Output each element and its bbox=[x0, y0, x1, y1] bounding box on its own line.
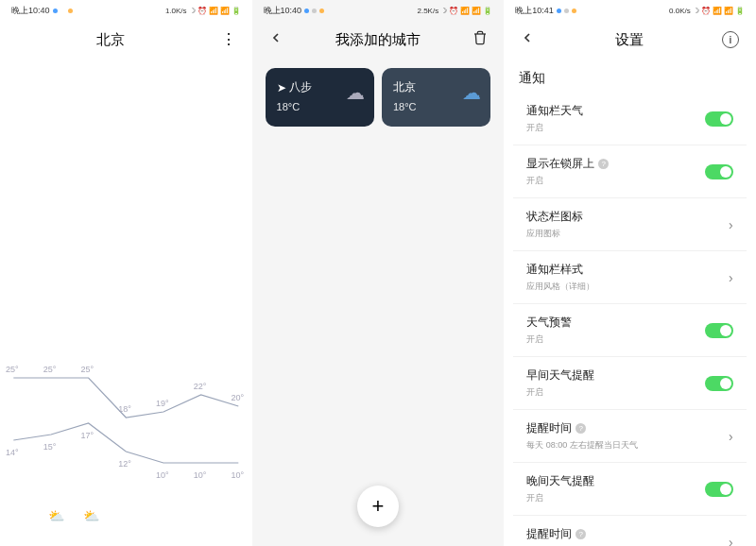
setting-row[interactable]: 通知栏样式应用风格（详细）› bbox=[513, 251, 747, 304]
delete-icon[interactable] bbox=[470, 30, 490, 49]
add-city-button[interactable]: + bbox=[357, 486, 399, 527]
page-title: 我添加的城市 bbox=[286, 31, 471, 49]
setting-sub: 开启 bbox=[526, 333, 705, 346]
forecast-chart[interactable]: 25°25°25°18°19°22°20°14°15°17°12°10°10°1… bbox=[0, 340, 252, 472]
cities-screen: 晚上10:40 2.5K/s ☽ ⏰ 📶 📶 🔋 我添加的城市 ➤八步18°C☁… bbox=[252, 0, 505, 546]
chart-point-label: 10° bbox=[194, 470, 207, 480]
setting-row[interactable]: 天气预警开启 bbox=[513, 304, 747, 357]
air-quality-badge[interactable]: 空气良 bbox=[102, 214, 149, 235]
forecast-day: 周四 bbox=[179, 492, 214, 504]
battery-icon: 🔋 bbox=[483, 7, 492, 15]
status-time: 晚上10:40 bbox=[264, 5, 302, 17]
alarm-icon: ⏰ bbox=[449, 7, 458, 15]
status-dot-icon bbox=[572, 9, 576, 13]
cloud-icon: ☁ bbox=[346, 81, 365, 104]
status-dot-icon bbox=[564, 9, 569, 13]
chart-point-label: 10° bbox=[232, 470, 245, 480]
setting-row[interactable]: 早间天气提醒开启 bbox=[513, 357, 747, 410]
forecast-day: 周一 bbox=[74, 492, 109, 504]
help-icon[interactable]: ? bbox=[576, 423, 586, 434]
signal-icon: 📶 bbox=[713, 7, 722, 15]
setting-row[interactable]: 状态栏图标应用图标› bbox=[513, 198, 747, 251]
setting-sub: 每天 08:00 左右提醒当日天气 bbox=[526, 439, 729, 452]
forecast-cell[interactable]: 周三☁阴 bbox=[144, 492, 179, 538]
forecast-condition: 小雨 bbox=[109, 526, 144, 538]
forecast-cell[interactable]: 周四☀晴 bbox=[179, 492, 214, 538]
setting-sub: 开启 bbox=[526, 386, 705, 399]
forecast-cell[interactable]: 今天☀晴 bbox=[4, 492, 39, 538]
forecast-cell[interactable]: 周一⛅多云 bbox=[74, 492, 109, 538]
cloudy-icon: ⛅ bbox=[74, 508, 109, 523]
chart-point-label: 14° bbox=[6, 448, 19, 457]
toggle-switch[interactable] bbox=[705, 482, 733, 497]
page-title: 设置 bbox=[538, 31, 722, 49]
forecast-row[interactable]: 今天☀晴周日⛅多云周一⛅多云周二🌧小雨周三☁阴周四☀晴周五☀晴 bbox=[0, 492, 252, 538]
sun-icon: ☀ bbox=[179, 508, 214, 523]
status-dot-icon bbox=[319, 9, 324, 13]
settings-screen: 晚上10:41 0.0K/s ☽ ⏰ 📶 📶 🔋 设置 i 通知 通知栏天气开启… bbox=[504, 0, 756, 546]
status-dot-icon bbox=[557, 9, 561, 13]
toggle-switch[interactable] bbox=[705, 376, 733, 391]
status-bar: 晚上10:41 0.0K/s ☽ ⏰ 📶 📶 🔋 bbox=[504, 0, 756, 21]
section-title: 通知 bbox=[504, 59, 756, 93]
back-icon[interactable] bbox=[266, 30, 286, 49]
toggle-switch[interactable] bbox=[705, 111, 733, 127]
setting-sub: 应用图标 bbox=[526, 228, 729, 240]
chart-point-label: 20° bbox=[232, 393, 245, 402]
status-dot-icon bbox=[312, 9, 317, 13]
setting-label: 提醒时间? bbox=[526, 526, 729, 542]
setting-text: 早间天气提醒开启 bbox=[526, 367, 705, 399]
forecast-day: 今天 bbox=[4, 492, 39, 504]
alarm-icon: ⏰ bbox=[701, 7, 711, 15]
cloudy-icon: ⛅ bbox=[39, 508, 74, 523]
chart-point-label: 25° bbox=[6, 365, 19, 374]
header: 设置 i bbox=[504, 21, 756, 59]
status-net: 2.5K/s bbox=[418, 7, 439, 15]
toggle-switch[interactable] bbox=[705, 323, 733, 338]
setting-row[interactable]: 晚间天气提醒开启 bbox=[513, 463, 747, 516]
sun-icon: ☀ bbox=[4, 508, 39, 523]
chart-point-label: 17° bbox=[81, 431, 94, 440]
chart-point-label: 25° bbox=[43, 365, 57, 374]
forecast-cell[interactable]: 周二🌧小雨 bbox=[109, 492, 144, 538]
signal-icon: 📶 bbox=[460, 7, 470, 15]
setting-label: 提醒时间? bbox=[526, 420, 729, 436]
city-card[interactable]: 北京18°C☁ bbox=[382, 68, 490, 127]
temperature-value: 18° bbox=[98, 101, 153, 162]
forecast-condition: 晴 bbox=[179, 526, 214, 538]
battery-icon: 🔋 bbox=[735, 7, 745, 15]
chart-point-label: 10° bbox=[156, 470, 169, 480]
setting-row[interactable]: 提醒时间?每天 08:00 左右提醒当日天气› bbox=[513, 410, 747, 463]
setting-label: 天气预警 bbox=[526, 315, 705, 331]
chart-point-label: 18° bbox=[118, 404, 131, 414]
help-icon[interactable]: ? bbox=[598, 159, 609, 169]
forecast-cell[interactable]: 周五☀晴 bbox=[214, 492, 249, 538]
status-dot-icon bbox=[304, 9, 309, 13]
cloud-icon: ☁ bbox=[462, 81, 481, 104]
setting-sub: 开启 bbox=[526, 122, 705, 134]
forecast-condition: 阴 bbox=[144, 526, 179, 538]
back-icon[interactable] bbox=[517, 30, 538, 49]
help-icon[interactable]: ? bbox=[576, 529, 586, 539]
setting-text: 提醒时间?每天 21:00 左右提醒次日天气 bbox=[526, 526, 729, 546]
info-icon[interactable]: i bbox=[722, 31, 743, 48]
setting-row[interactable]: 通知栏天气开启 bbox=[513, 93, 747, 145]
setting-label: 晚间天气提醒 bbox=[526, 473, 705, 489]
moon-icon: ☽ bbox=[440, 7, 447, 15]
setting-label: 早间天气提醒 bbox=[526, 367, 705, 384]
wifi-icon: 📶 bbox=[724, 7, 733, 15]
toggle-switch[interactable] bbox=[705, 164, 733, 179]
forecast-condition: 晴 bbox=[214, 526, 249, 538]
condition-label: 阴 bbox=[0, 72, 252, 84]
chevron-right-icon: › bbox=[729, 429, 733, 444]
setting-row[interactable]: 显示在锁屏上?开启 bbox=[513, 145, 747, 198]
city-card[interactable]: ➤八步18°C☁ bbox=[266, 68, 374, 127]
setting-row[interactable]: 提醒时间?每天 21:00 左右提醒次日天气› bbox=[513, 516, 747, 546]
forecast-day: 周日 bbox=[39, 492, 74, 504]
setting-text: 显示在锁屏上?开启 bbox=[526, 156, 705, 187]
setting-label: 通知栏天气 bbox=[526, 103, 705, 119]
setting-sub: 开启 bbox=[526, 175, 705, 187]
chart-point-label: 25° bbox=[81, 365, 94, 374]
forecast-cell[interactable]: 周日⛅多云 bbox=[39, 492, 74, 538]
settings-list: 通知栏天气开启显示在锁屏上?开启状态栏图标应用图标›通知栏样式应用风格（详细）›… bbox=[513, 93, 747, 546]
